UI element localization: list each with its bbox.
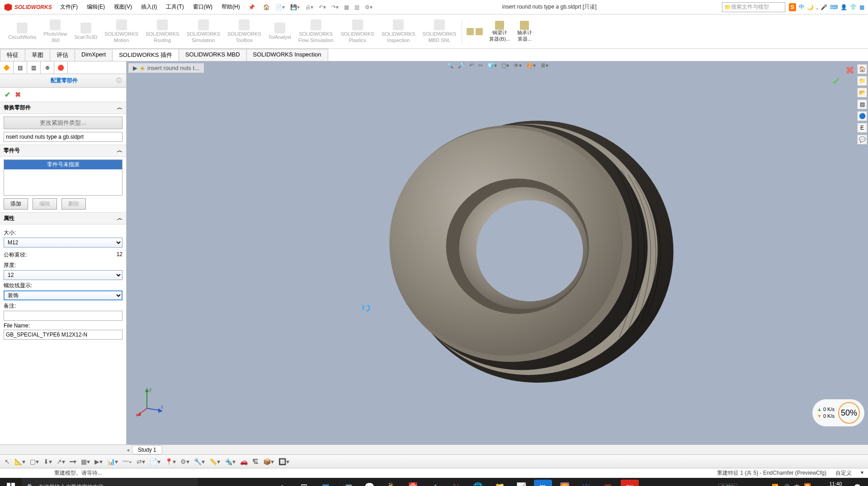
sim-load-icon[interactable]: ↗▾: [57, 458, 65, 465]
menu-edit[interactable]: 编辑(E): [82, 1, 109, 13]
taskpane-library-icon[interactable]: 📂: [857, 88, 867, 98]
tray-onedrive-icon[interactable]: ☁: [762, 484, 767, 486]
app-calc-icon[interactable]: ▦: [317, 480, 335, 486]
taskpane-home-icon[interactable]: 🏠: [857, 64, 867, 74]
hide-show-icon[interactable]: 👁▾: [514, 62, 522, 69]
app-wechat-icon[interactable]: 💬: [360, 480, 378, 486]
sim-tool2-icon[interactable]: 🔧▾: [194, 458, 205, 465]
person-icon[interactable]: 👤: [840, 4, 847, 10]
search-box[interactable]: 📁 搜索文件与模型: [722, 2, 785, 12]
taskpane-resources-icon[interactable]: 📁: [857, 76, 867, 86]
sim-compare-icon[interactable]: ⇄▾: [137, 458, 145, 465]
bearing-icon[interactable]: [476, 28, 483, 35]
app-onenote-icon[interactable]: N: [447, 480, 465, 486]
tray-cloud-icon[interactable]: ☁: [752, 484, 757, 486]
beam-icon[interactable]: [467, 28, 474, 35]
app-matlab-icon[interactable]: 📈: [512, 480, 530, 486]
remark-input[interactable]: [4, 311, 123, 321]
panel-tab-dimxpert-icon[interactable]: ⊕: [41, 61, 54, 74]
sim-tool1-icon[interactable]: ⚙▾: [180, 458, 189, 465]
ribbon-scanto3d[interactable]: ScanTo3D: [71, 21, 101, 42]
tray-sogou-icon[interactable]: S: [804, 483, 811, 486]
options-icon[interactable]: ⚙▾: [365, 4, 373, 10]
tab-inspection[interactable]: SOLIDWORKS Inspection: [246, 49, 328, 61]
sim-fixture-icon[interactable]: ⬇▾: [43, 458, 52, 465]
tab-features[interactable]: 特征: [0, 49, 25, 61]
keyboard-icon[interactable]: ⌨: [830, 4, 838, 10]
app-m-icon[interactable]: m: [534, 480, 552, 486]
save-icon[interactable]: 💾▾: [290, 4, 300, 10]
taskpane-forum-icon[interactable]: 💬: [857, 135, 867, 145]
ribbon-circuitworks[interactable]: CircuitWorks: [5, 21, 40, 42]
zoom-fit-icon[interactable]: 🔍: [447, 62, 453, 69]
scene-icon[interactable]: 🖥▾: [540, 62, 548, 69]
menu-insert[interactable]: 插入(I): [137, 1, 161, 13]
display-style-icon[interactable]: ▢▾: [501, 62, 509, 69]
start-button[interactable]: [0, 478, 22, 486]
tab-evaluate[interactable]: 评估: [50, 49, 75, 61]
partnum-listbox[interactable]: 零件号未指派: [4, 159, 123, 196]
redo-icon[interactable]: ↷▾: [331, 4, 339, 10]
sim-tool5-icon[interactable]: 🚗: [240, 458, 248, 465]
study-tab-1[interactable]: Study 1: [132, 445, 162, 454]
mic-icon[interactable]: 🎤: [821, 4, 827, 10]
sim-pointer-icon[interactable]: ↖: [5, 458, 10, 465]
sim-study-icon[interactable]: 📐▾: [14, 458, 25, 465]
zoom-area-icon[interactable]: 🔎: [458, 62, 465, 69]
undo-icon[interactable]: ↶▾: [319, 4, 326, 10]
ribbon-photoview[interactable]: PhotoView360: [40, 18, 71, 45]
ribbon-plastics[interactable]: SOLIDWORKSPlastics: [337, 18, 378, 45]
ribbon-beam-calc[interactable]: 钢梁计算器(B)...: [486, 19, 514, 43]
menu-window[interactable]: 窗口(W): [189, 1, 217, 13]
menu-file[interactable]: 文件(F): [56, 1, 82, 13]
add-button[interactable]: 添加: [4, 198, 28, 210]
sim-run-icon[interactable]: ▶▾: [94, 458, 103, 465]
3d-viewport[interactable]: ▶ ◈ insert round nuts t... 🔍 🔎 ↶ ✂ 🧊▾ ▢▾…: [127, 61, 868, 444]
sim-results-icon[interactable]: 📊▾: [107, 458, 118, 465]
battery-indicator[interactable]: 🔌95%: [718, 484, 737, 486]
sim-probe-icon[interactable]: 📍▾: [165, 458, 176, 465]
tray-ime-icon[interactable]: 中: [794, 483, 800, 486]
ribbon-flowsim[interactable]: SOLIDWORKSFlow Simulation: [295, 18, 337, 45]
ribbon-routing[interactable]: SOLIDWORKSRouting: [142, 18, 183, 45]
taskpane-custom-icon[interactable]: E: [857, 123, 867, 133]
ribbon-bearing-calc[interactable]: 轴承计算器...: [514, 19, 536, 43]
app-solidworks-icon[interactable]: SW: [621, 480, 639, 486]
cancel-button-icon[interactable]: ✖: [15, 90, 21, 99]
ribbon-inspection[interactable]: SOLIDWORKSInspection: [378, 18, 419, 45]
tray-volume-icon[interactable]: 🔊: [783, 484, 790, 486]
cortana-icon[interactable]: ○: [274, 480, 292, 486]
sim-tool7-icon[interactable]: 📦▾: [263, 458, 274, 465]
sim-mat-icon[interactable]: ▢▾: [30, 458, 39, 465]
taskview-icon[interactable]: ⊞: [295, 480, 313, 486]
app-calendar-icon[interactable]: 📅: [404, 480, 422, 486]
ribbon-toolbox[interactable]: SOLIDWORKSToolbox: [224, 18, 265, 45]
part-filename-input[interactable]: [4, 132, 123, 142]
app-ppt-icon[interactable]: ▣: [599, 480, 617, 486]
taskpane-appearance-icon[interactable]: 🔵: [857, 111, 867, 121]
sim-tool6-icon[interactable]: 🏗: [252, 458, 259, 465]
view-orient-icon[interactable]: 🧊▾: [487, 62, 497, 69]
sim-mesh-icon[interactable]: ▦▾: [81, 458, 90, 465]
app-word-icon[interactable]: W: [577, 480, 595, 486]
ime-badge-icon[interactable]: S: [789, 3, 796, 11]
tab-mbd[interactable]: SOLIDWORKS MBD: [179, 49, 247, 61]
change-fastener-type-button[interactable]: 更改紧固件类型...: [4, 117, 123, 129]
appearance-icon[interactable]: 🎨▾: [526, 62, 536, 69]
filename-out-input[interactable]: [4, 330, 123, 340]
section-view-icon[interactable]: ✂: [478, 62, 483, 69]
app-dome-icon[interactable]: 🌄: [556, 480, 574, 486]
replace-section-header[interactable]: 替换零部件 ︿: [0, 102, 126, 114]
tab-addins[interactable]: SOLIDWORKS 插件: [112, 49, 179, 61]
ribbon-mbdsnl[interactable]: SOLIDWORKSMBD SNL: [419, 18, 460, 45]
grid-icon[interactable]: ▦: [859, 4, 864, 10]
taskpane-view-icon[interactable]: ▤: [857, 99, 867, 109]
viewport-ok-icon[interactable]: ✔: [832, 75, 841, 88]
app-rhino-icon[interactable]: 🦏: [339, 480, 357, 486]
app-edge-icon[interactable]: 🌐: [469, 480, 487, 486]
new-icon[interactable]: 🏠: [263, 4, 270, 10]
menu-help[interactable]: 帮助(H): [217, 1, 245, 13]
panel-tab-display-icon[interactable]: ▥: [27, 61, 41, 74]
sim-tool8-icon[interactable]: 🔲▾: [278, 458, 289, 465]
moon-icon[interactable]: 🌙: [807, 4, 814, 10]
